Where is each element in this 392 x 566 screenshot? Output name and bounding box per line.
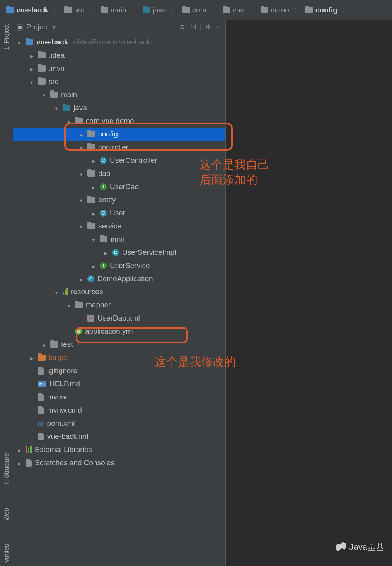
folder-icon — [38, 52, 46, 58]
expand-arrow-icon[interactable] — [78, 222, 84, 230]
expand-arrow-icon[interactable] — [29, 77, 35, 86]
tree-row-help[interactable]: MD HELP.md — [13, 377, 225, 390]
crumb-src[interactable]: src〉 — [62, 5, 98, 15]
tree-row-idea[interactable]: .idea — [13, 49, 225, 62]
spring-boot-class-icon: C — [87, 275, 94, 282]
project-tool-window: ▣ Project ▾ ⊕ ⇲ ✻ ⇤ vue-back ~/IdeaProje… — [13, 20, 226, 566]
folder-icon — [50, 92, 58, 98]
tree-row-resources[interactable]: resources — [13, 285, 225, 298]
tree-row-user[interactable]: C User — [13, 206, 225, 220]
crumb-com[interactable]: com〉 — [180, 5, 220, 15]
tree-row-service[interactable]: service — [13, 220, 225, 233]
tree-row-src[interactable]: src — [13, 75, 225, 88]
file-icon — [38, 433, 44, 440]
tree-row-config[interactable]: config — [13, 128, 225, 141]
expand-arrow-icon[interactable] — [41, 90, 47, 99]
interface-icon: I — [100, 262, 107, 269]
expand-arrow-icon[interactable] — [78, 274, 84, 283]
expand-arrow-icon[interactable] — [29, 64, 35, 73]
tree-row-entity[interactable]: entity — [13, 193, 225, 206]
expand-arrow-icon[interactable] — [90, 156, 97, 165]
folder-icon — [223, 7, 230, 13]
locate-icon[interactable]: ⊕ — [179, 24, 186, 31]
tree-row-userserviceimpl[interactable]: C UserServiceImpl — [13, 246, 225, 259]
expand-arrow-icon[interactable] — [78, 130, 84, 138]
annotation-text-2: 这个是我修改的 — [155, 354, 236, 369]
project-view-selector[interactable]: ▣ Project ▾ — [16, 22, 56, 31]
folder-icon — [305, 7, 313, 13]
tree-row-userservice[interactable]: I UserService — [13, 259, 225, 272]
tree-row-pom[interactable]: m pom.xml — [13, 417, 225, 430]
expand-arrow-icon[interactable] — [16, 445, 22, 454]
tree-row-impl[interactable]: impl — [13, 233, 225, 246]
package-icon — [87, 170, 95, 177]
tree-row-dao[interactable]: dao — [13, 167, 225, 180]
crumb-vue-back[interactable]: vue-back 〉 — [4, 5, 62, 15]
tree-row-java[interactable]: java — [13, 101, 225, 114]
expand-arrow-icon[interactable] — [53, 288, 60, 296]
expand-arrow-icon[interactable] — [90, 182, 97, 191]
tree-row-userdaoxml[interactable]: <> UserDao.xml — [13, 312, 225, 325]
expand-arrow-icon[interactable] — [90, 261, 97, 270]
tree-row-mvn[interactable]: .mvn — [13, 62, 225, 75]
package-icon — [75, 118, 83, 124]
libraries-icon — [26, 446, 32, 453]
project-panel-header: ▣ Project ▾ ⊕ ⇲ ✻ ⇤ — [13, 20, 225, 34]
tree-row-mapper[interactable]: mapper — [13, 298, 225, 312]
tree-row-mvnwcmd[interactable]: mvnw.cmd — [13, 404, 225, 417]
interface-icon: I — [100, 183, 107, 190]
tree-row-external-libraries[interactable]: External Libraries — [13, 443, 225, 456]
expand-arrow-icon[interactable] — [90, 209, 97, 217]
expand-arrow-icon[interactable] — [16, 38, 22, 46]
tree-row-application-yml[interactable]: ✿ application.yml — [13, 325, 225, 338]
expand-arrow-icon[interactable] — [41, 340, 47, 349]
annotation-text-1: 这个是我自己 后面添加的 — [199, 157, 269, 187]
expand-arrow-icon[interactable] — [78, 196, 84, 204]
tree-row-usercontroller[interactable]: C UserController — [13, 154, 225, 167]
tree-row-controller[interactable]: controller — [13, 141, 225, 154]
package-icon — [87, 144, 95, 150]
expand-arrow-icon[interactable] — [29, 353, 35, 362]
spring-config-icon: ✿ — [75, 328, 82, 335]
gutter-tab-structure[interactable]: 7: Structure — [2, 449, 11, 489]
expand-arrow-icon[interactable] — [103, 248, 109, 257]
expand-arrow-icon[interactable] — [78, 169, 84, 178]
maven-icon: m — [38, 419, 44, 428]
gear-icon[interactable]: ✻ — [205, 24, 211, 31]
chevron-down-icon: ▾ — [52, 22, 56, 31]
expand-arrow-icon[interactable] — [90, 235, 97, 244]
gutter-tab-favorites[interactable]: vorites — [2, 540, 11, 566]
tree-row-demoapplication[interactable]: C DemoApplication — [13, 272, 225, 285]
expand-arrow-icon[interactable] — [53, 104, 60, 112]
tree-row-iml[interactable]: vue-back.iml — [13, 430, 225, 443]
crumb-java[interactable]: java〉 — [140, 5, 180, 15]
expand-arrow-icon[interactable] — [78, 143, 84, 152]
crumb-vue[interactable]: vue〉 — [220, 5, 259, 15]
crumb-config[interactable]: config〉 — [303, 5, 351, 15]
tree-row-scratches[interactable]: Scratches and Consoles — [13, 456, 225, 469]
project-icon: ▣ — [16, 24, 23, 31]
crumb-main[interactable]: main〉 — [98, 5, 140, 15]
tree-row-test[interactable]: test — [13, 338, 225, 351]
gutter-tab-web[interactable]: Web — [2, 504, 11, 525]
folder-icon — [143, 7, 150, 13]
file-icon — [38, 406, 44, 414]
xml-icon: <> — [87, 315, 94, 322]
project-tree[interactable]: vue-back ~/IdeaProjects/vue-back .idea .… — [13, 34, 225, 469]
expand-arrow-icon[interactable] — [66, 117, 72, 125]
folder-icon — [26, 39, 33, 45]
tree-row-pkg[interactable]: com.vue.demo — [13, 114, 225, 128]
tree-row-mvnw[interactable]: mvnw — [13, 390, 225, 404]
expand-arrow-icon[interactable] — [29, 51, 35, 60]
folder-icon — [38, 355, 46, 361]
expand-arrow-icon[interactable] — [16, 459, 22, 467]
tree-row-root[interactable]: vue-back ~/IdeaProjects/vue-back — [13, 36, 225, 49]
tree-row-main[interactable]: main — [13, 88, 225, 101]
expand-icon[interactable]: ⇲ — [189, 24, 196, 31]
gutter-tab-project[interactable]: 1: Project — [2, 20, 11, 54]
crumb-demo[interactable]: demo〉 — [258, 5, 303, 15]
tree-row-userdao[interactable]: I UserDao — [13, 180, 225, 193]
hide-icon[interactable]: ⇤ — [215, 24, 222, 31]
expand-arrow-icon[interactable] — [66, 301, 72, 309]
breadcrumb-bar: vue-back 〉 src〉 main〉 java〉 com〉 vue〉 de… — [0, 0, 392, 20]
